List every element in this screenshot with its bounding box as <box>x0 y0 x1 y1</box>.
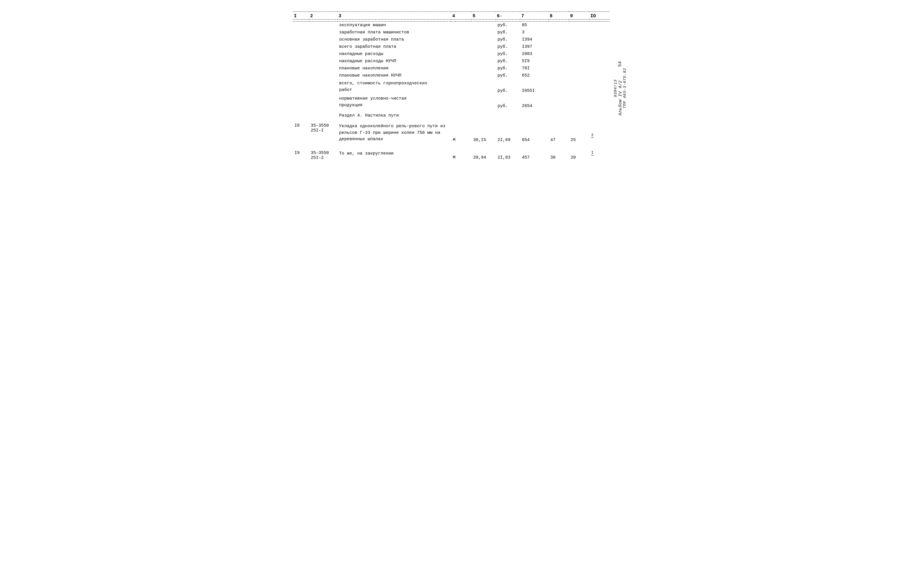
cell-col2 <box>309 22 338 29</box>
cell-col10 <box>589 65 610 72</box>
col-header-8: 8 <box>549 12 569 19</box>
cell-col7: 78I <box>520 65 549 72</box>
table-row: эксплуатация машин руб. 85 <box>293 22 610 29</box>
cell-col4 <box>451 36 472 43</box>
cell-col10 <box>589 36 610 43</box>
cell-col9 <box>569 72 589 79</box>
table-row: нормативная условно-чистаяпродукция руб.… <box>293 95 610 110</box>
cell-col5 <box>472 22 496 29</box>
item-col7: 457 <box>520 148 549 161</box>
cell-col2 <box>309 50 338 58</box>
cell-col10 <box>589 72 610 79</box>
col-header-5: 5 <box>472 12 496 19</box>
cell-col1 <box>293 58 309 65</box>
side-top-text: ТПР 403-3-075.82 <box>623 68 627 109</box>
item-col10: 2 <box>589 120 610 144</box>
col-header-4: 4 <box>451 12 472 19</box>
side-text: ТПР 403-3-075.82 Альбом IV 4/2 54 9394/1… <box>615 6 627 171</box>
item-col6: 2I,83 <box>496 148 520 161</box>
cell-col1 <box>293 72 309 79</box>
cell-col8 <box>549 22 569 29</box>
cell-col10 <box>589 22 610 29</box>
cell-col7: 2083 <box>520 50 549 58</box>
cell-col1 <box>293 22 309 29</box>
table-row: накладные расходы НУЧП руб. 5I9 <box>293 58 610 65</box>
cell-col5 <box>472 43 496 50</box>
cell-col10 <box>589 58 610 65</box>
col-header-9: 9 <box>569 12 589 19</box>
item-col8: 38 <box>549 148 569 161</box>
cell-col10 <box>589 50 610 58</box>
cell-col4 <box>451 50 472 58</box>
cell-col9 <box>569 29 589 36</box>
cell-col5 <box>472 95 496 110</box>
cell-col9 <box>569 79 589 95</box>
cell-col4 <box>451 58 472 65</box>
cell-col3: эксплуатация машин <box>338 22 451 29</box>
cell-col6: руб. <box>496 79 520 95</box>
item-col9: 20 <box>569 148 589 161</box>
item-col10: I <box>589 148 610 161</box>
cell-col6: руб. <box>496 36 520 43</box>
item-col8: 47 <box>549 120 569 144</box>
cell-col3: нормативная условно-чистаяпродукция <box>338 95 451 110</box>
cell-col3: заработная плата машинистов <box>338 29 451 36</box>
item-col2: 35–355025I–I <box>309 120 338 144</box>
cell-col1 <box>293 36 309 43</box>
table-row: всего, стоимость горнопроходческихработ … <box>293 79 610 95</box>
item-col2: 35–355025I–2 <box>309 148 338 161</box>
cell-col3: всего заработная плата <box>338 43 451 50</box>
cell-col9 <box>569 95 589 110</box>
cell-col9 <box>569 43 589 50</box>
cell-col9 <box>569 50 589 58</box>
table-row: всего заработная плата руб. I397 <box>293 43 610 50</box>
table-row: накладные расходы руб. 2083 <box>293 50 610 58</box>
cell-col8 <box>549 58 569 65</box>
cell-col5 <box>472 79 496 95</box>
cell-col8 <box>549 29 569 36</box>
section-header-row: Раздел 4. Настилка пути <box>293 110 610 120</box>
item-col5: 30,I5 <box>472 120 496 144</box>
item-col3: Укладка одноколейного рель-рового пути и… <box>338 120 451 144</box>
cell-col1 <box>293 43 309 50</box>
cell-col4 <box>451 22 472 29</box>
cell-col4 <box>451 43 472 50</box>
cell-col10 <box>589 29 610 36</box>
cell-col1 <box>293 65 309 72</box>
cell-col6: руб. <box>496 43 520 50</box>
cell-col2 <box>309 36 338 43</box>
cell-col7: 3 <box>520 29 549 36</box>
cell-col1 <box>293 50 309 58</box>
col-header-1: I <box>293 12 309 19</box>
fraction-value: 2 <box>591 133 594 142</box>
cell-col4 <box>451 72 472 79</box>
fraction-value: I <box>591 151 594 160</box>
cell-col7: I394 <box>520 36 549 43</box>
cell-col2 <box>309 29 338 36</box>
item-col4: М <box>451 148 472 161</box>
cell-col5 <box>472 36 496 43</box>
cell-col7: 2654 <box>520 95 549 110</box>
cell-col7: I397 <box>520 43 549 50</box>
item-col9: 25 <box>569 120 589 144</box>
col-header-10: IO <box>589 12 610 19</box>
cell-col8 <box>549 65 569 72</box>
page-container: ТПР 403-3-075.82 Альбом IV 4/2 54 9394/1… <box>281 6 627 171</box>
item-col1: I9 <box>293 148 309 161</box>
cell-col2 <box>309 72 338 79</box>
col-header-6: 6· <box>496 12 520 19</box>
cell-col2 <box>309 58 338 65</box>
cell-col3: накладные расходы НУЧП <box>338 58 451 65</box>
cell-col3: основная заработная плата <box>338 36 451 43</box>
table-row: заработная плата машинистов руб. 3 <box>293 29 610 36</box>
cell-empty <box>293 110 338 120</box>
cell-col3: накладные расходы <box>338 50 451 58</box>
item-col4: М <box>451 120 472 144</box>
cell-col7: 85 <box>520 22 549 29</box>
cell-col2 <box>309 79 338 95</box>
col-header-2: 2 <box>309 12 338 19</box>
cell-col5 <box>472 65 496 72</box>
cell-col3: всего, стоимость горнопроходческихработ <box>338 79 451 95</box>
item-col6: 2I,69 <box>496 120 520 144</box>
item-col7: 654 <box>520 120 549 144</box>
